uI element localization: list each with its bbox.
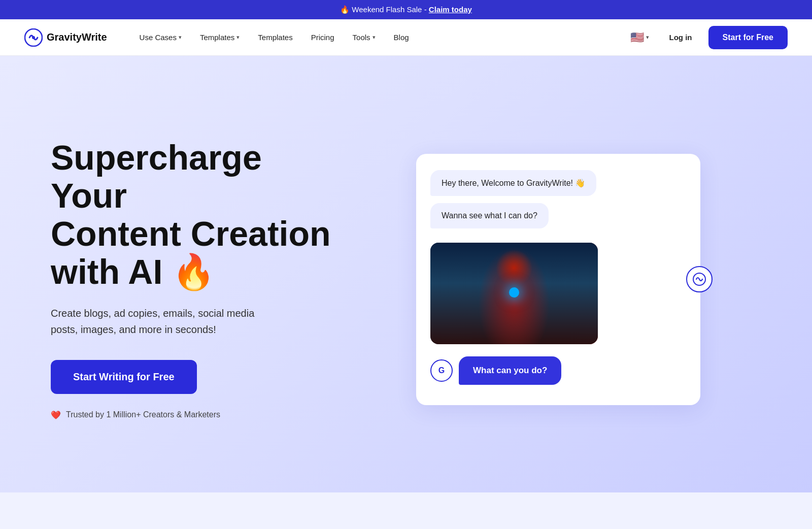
logo-icon	[24, 28, 43, 47]
nav-templates-2[interactable]: Templates	[250, 29, 300, 46]
chat-image-card	[430, 243, 598, 344]
hero-right: Hey there, Welcome to GravityWrite! 👋 Wa…	[345, 154, 771, 405]
chevron-down-icon: ▾	[646, 34, 649, 41]
chat-outgoing-row: G What can you do?	[430, 356, 686, 385]
announcement-link[interactable]: Claim today	[429, 5, 472, 14]
start-for-free-button[interactable]: Start for Free	[708, 26, 788, 49]
chevron-down-icon: ▾	[373, 34, 376, 41]
g-logo-icon	[693, 273, 706, 286]
language-selector[interactable]: 🇺🇸 ▾	[626, 28, 653, 47]
announcement-text: 🔥 Weekend Flash Sale -	[340, 5, 429, 14]
announcement-bar: 🔥 Weekend Flash Sale - Claim today	[0, 0, 812, 19]
hero-title: Supercharge Your Content Creation with A…	[51, 139, 345, 290]
nav-blog[interactable]: Blog	[386, 29, 417, 46]
heart-icon: ❤️	[51, 410, 61, 420]
logo-link[interactable]: GravityWrite	[24, 28, 107, 47]
navbar: GravityWrite Use Cases ▾ Templates ▾ Tem…	[0, 19, 812, 56]
hero-section: Supercharge Your Content Creation with A…	[0, 56, 812, 492]
trust-badge: ❤️ Trusted by 1 Million+ Creators & Mark…	[51, 410, 345, 420]
chat-widget: Hey there, Welcome to GravityWrite! 👋 Wa…	[416, 154, 700, 405]
svg-point-1	[32, 36, 35, 39]
logo-text: GravityWrite	[47, 31, 107, 43]
navbar-right: 🇺🇸 ▾ Log in Start for Free	[626, 26, 788, 49]
chat-bubble-outgoing: What can you do?	[459, 356, 561, 385]
chevron-down-icon: ▾	[236, 34, 240, 41]
start-writing-button[interactable]: Start Writing for Free	[51, 360, 197, 394]
ironman-silhouette	[430, 243, 598, 344]
navbar-nav: Use Cases ▾ Templates ▾ Templates Pricin…	[131, 29, 626, 46]
chevron-down-icon: ▾	[179, 34, 182, 41]
avatar: G	[430, 359, 453, 382]
chat-bubble-welcome: Hey there, Welcome to GravityWrite! 👋	[430, 170, 596, 196]
nav-templates-1[interactable]: Templates ▾	[192, 29, 248, 46]
arc-reactor-glow	[509, 287, 519, 297]
nav-tools[interactable]: Tools ▾	[345, 29, 384, 46]
login-button[interactable]: Log in	[661, 29, 700, 46]
gravitywrite-floating-icon	[686, 266, 713, 292]
chat-bubble-demo: Wanna see what I can do?	[430, 203, 549, 228]
hero-subtitle: Create blogs, ad copies, emails, social …	[51, 305, 284, 338]
hero-left: Supercharge Your Content Creation with A…	[51, 139, 345, 419]
nav-pricing[interactable]: Pricing	[303, 29, 343, 46]
nav-use-cases[interactable]: Use Cases ▾	[131, 29, 190, 46]
flag-icon: 🇺🇸	[630, 31, 644, 44]
ironman-image	[430, 243, 598, 344]
trust-text: Trusted by 1 Million+ Creators & Markete…	[66, 410, 220, 419]
